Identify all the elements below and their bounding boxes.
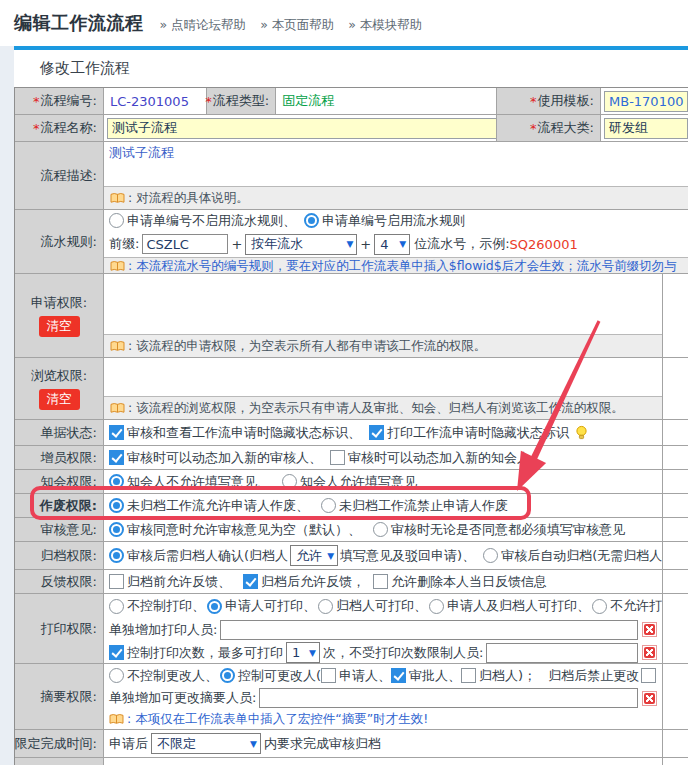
archive-allow-select[interactable]: 允许▼ <box>290 545 338 566</box>
deadline-select[interactable]: 不限定▼ <box>151 733 261 754</box>
chevron-down-icon: ▼ <box>327 551 334 561</box>
review-must-fill-radio[interactable] <box>373 522 388 537</box>
clear-x-icon[interactable] <box>642 691 657 706</box>
serial-off-label: 申请单编号不启用流水规则、 <box>127 212 296 230</box>
void-permission-label: 作废权限: <box>15 494 104 517</box>
serial-rule-hint: : 本流程流水号的编号规则，要在对应的工作流表单中插入$flowid$后才会生效… <box>104 257 688 273</box>
serial-period-select[interactable]: 按年流水▼ <box>245 234 357 255</box>
print-forbid-radio[interactable] <box>592 599 607 614</box>
hide-status-review-checkbox[interactable] <box>109 425 124 440</box>
deadline-post-label: 内要求完成审核归档 <box>264 735 381 753</box>
apply-permission-area[interactable] <box>104 274 662 334</box>
prefix-input[interactable] <box>142 234 228 254</box>
apply-clear-button[interactable]: 清空 <box>39 316 80 337</box>
row-description: 流程描述: 测试子流程 : 对流程的具体说明。 <box>15 142 688 210</box>
void-forbid-radio[interactable] <box>321 498 336 513</box>
page-title: 编辑工作流流程 <box>14 11 144 35</box>
serial-example: SQ260001 <box>510 237 578 252</box>
row-process: *流程编号: LC-2301005 *流程类型: 固定流程 *使用模板: MB-… <box>15 88 688 115</box>
required-mark: * <box>530 121 537 136</box>
print-add-label: 单独增加打印人员: <box>109 621 217 639</box>
feedback-before-checkbox[interactable] <box>109 574 124 589</box>
left-margin-strip <box>0 46 14 765</box>
print-both-radio[interactable] <box>429 599 444 614</box>
summary-approver-checkbox[interactable] <box>391 668 406 683</box>
clear-x-icon[interactable] <box>642 622 657 637</box>
summary-permission-label: 摘要权限: <box>15 664 104 729</box>
summary-none-radio[interactable] <box>109 668 124 683</box>
hide-status-print-checkbox[interactable] <box>369 425 384 440</box>
archive-confirm-radio[interactable] <box>109 548 124 563</box>
serial-off-radio[interactable] <box>109 213 124 228</box>
accent-bar <box>14 46 688 50</box>
add-member-cell: 审核时可以动态加入新的审核人、 审核时可以动态加入新的知会人 <box>104 446 662 469</box>
plus-separator: + <box>360 237 371 252</box>
process-name-label: *流程名称: <box>15 115 104 141</box>
row-name: *流程名称: 测试子流程 *流程大类: 研发组 <box>15 115 688 142</box>
serial-on-radio[interactable] <box>304 213 319 228</box>
required-mark: * <box>33 121 40 136</box>
row-partial <box>15 758 688 765</box>
row-serial-rule: 流水规则: 申请单编号不启用流水规则、 申请单编号启用流水规则 前缀: + 按年… <box>15 210 688 274</box>
apply-permission-label: 申请权限: 清空 <box>15 274 104 357</box>
breadcrumb-forum-help[interactable]: » 点晴论坛帮助 <box>160 17 247 34</box>
summary-archiver-checkbox[interactable] <box>461 668 476 683</box>
notify-no-opinion-radio[interactable] <box>109 474 124 489</box>
notify-allow-opinion-radio[interactable] <box>282 474 297 489</box>
clear-x-icon[interactable] <box>642 645 657 660</box>
breadcrumb-page-help[interactable]: » 本页面帮助 <box>260 17 334 34</box>
print-archiver-radio[interactable] <box>318 599 333 614</box>
print-limit-checkbox[interactable] <box>109 645 124 660</box>
notify-permission-label: 知会权限: <box>15 470 104 493</box>
doc-status-label: 单据状态: <box>15 420 104 445</box>
row-add-member: 增员权限: 审核时可以动态加入新的审核人、 审核时可以动态加入新的知会人 <box>15 446 688 470</box>
category-value[interactable]: 研发组 <box>604 118 688 139</box>
browse-permission-area[interactable] <box>104 358 662 396</box>
serial-suffix-label: 位流水号，示例: <box>414 235 509 253</box>
summary-add-input[interactable] <box>259 688 638 708</box>
add-notify-checkbox[interactable] <box>330 450 345 465</box>
chevron-down-icon: ▼ <box>346 239 353 249</box>
serial-rule-label: 流水规则: <box>15 210 104 273</box>
browse-permission-cell: : 该流程的浏览权限，为空表示只有申请人及审批、知会、归档人有浏览该工作流的权限… <box>104 358 663 419</box>
help-book-icon <box>109 713 124 726</box>
chevron-down-icon: ▼ <box>399 239 406 249</box>
required-mark: * <box>205 94 212 109</box>
summary-control-radio[interactable] <box>220 668 235 683</box>
feedback-after-checkbox[interactable] <box>243 574 258 589</box>
print-none-radio[interactable] <box>109 599 124 614</box>
summary-applicant-checkbox[interactable] <box>321 668 336 683</box>
chevron-down-icon: ▼ <box>309 648 316 658</box>
void-allow-radio[interactable] <box>109 498 124 513</box>
chevron-down-icon: ▼ <box>250 739 257 749</box>
notify-permission-cell: 知会人不允许填写意见、 知会人允许填写意见 <box>104 470 662 493</box>
browse-clear-button[interactable]: 清空 <box>39 389 80 410</box>
print-applicant-radio[interactable] <box>207 599 222 614</box>
archive-permission-cell: 审核后需归档人确认(归档人 允许▼ 填写意见及驳回申请)、 审核后自动归档(无需… <box>104 542 662 569</box>
add-reviewer-checkbox[interactable] <box>109 450 124 465</box>
serial-digits-select[interactable]: 4▼ <box>374 234 410 255</box>
breadcrumb-module-help[interactable]: » 本模块帮助 <box>348 17 422 34</box>
description-textarea[interactable]: 测试子流程 <box>104 142 688 186</box>
summary-permission-cell: 不控制更改人、 控制可更改人( 申请人、 审批人、 归档人)； 归档后禁止更改 … <box>104 664 663 729</box>
print-add-input[interactable] <box>220 620 638 640</box>
page-header: 编辑工作流流程 » 点晴论坛帮助 » 本页面帮助 » 本模块帮助 <box>0 0 688 46</box>
help-book-icon <box>110 340 125 353</box>
summary-after-checkbox[interactable] <box>641 668 656 683</box>
summary-after-label: 归档后禁止更改 <box>548 667 639 685</box>
template-cell: MB-170100 <box>601 88 688 114</box>
section-title: 修改工作流程 <box>40 59 688 78</box>
process-name-input[interactable]: 测试子流程 <box>107 118 497 139</box>
category-cell: 研发组 <box>601 115 688 141</box>
template-value[interactable]: MB-170100 <box>604 91 688 112</box>
print-exempt-input[interactable] <box>486 643 638 663</box>
review-allow-empty-radio[interactable] <box>109 522 124 537</box>
archive-auto-radio[interactable] <box>483 548 498 563</box>
edit-workflow-page: 编辑工作流流程 » 点晴论坛帮助 » 本页面帮助 » 本模块帮助 修改工作流程 … <box>0 0 688 765</box>
row-apply-permission: 申请权限: 清空 : 该流程的申请权限，为空表示所有人都有申请该工作流的权限。 <box>15 274 688 358</box>
required-mark: * <box>33 94 40 109</box>
browse-permission-label: 浏览权限: 清空 <box>15 358 104 419</box>
feedback-delete-checkbox[interactable] <box>373 574 388 589</box>
print-count-select[interactable]: 1▼ <box>286 642 320 663</box>
tip-bulb-icon[interactable] <box>575 425 588 440</box>
